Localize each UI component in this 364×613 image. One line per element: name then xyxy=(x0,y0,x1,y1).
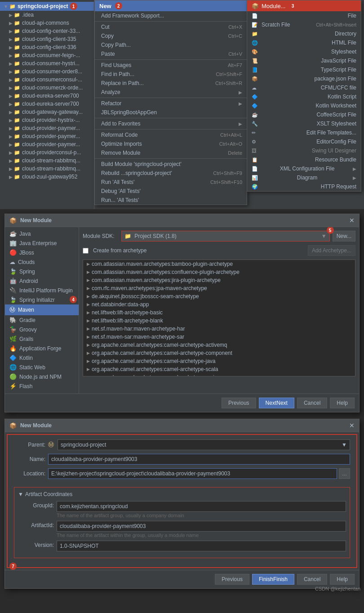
type-jboss[interactable]: 🔴JBoss xyxy=(5,248,79,257)
type-java[interactable]: ☕Java xyxy=(5,229,79,238)
menu-add-favorites[interactable]: Add to Favorites xyxy=(95,119,247,128)
tree-item[interactable]: ▶ 📁 cloud-api-commons xyxy=(0,19,94,27)
menu-paste[interactable]: Paste Ctrl+V xyxy=(95,49,247,58)
archetype-item[interactable]: ▶ net.sf.maven-har:maven-archetype-har xyxy=(83,325,355,333)
menu-file[interactable]: 📄 File xyxy=(247,11,361,20)
tree-item[interactable]: ▶ 📁 cloud-consumerzk-orde... xyxy=(0,84,94,92)
tree-item[interactable]: ▶ 📁 cloud-eureka-server700 xyxy=(0,92,94,100)
menu-run-all[interactable]: Run... 'All Tests' xyxy=(95,196,247,205)
menu-js[interactable]: 📜 JavaScript File xyxy=(247,56,361,65)
dialog-1-close[interactable]: ✕ xyxy=(349,217,355,224)
menu-find-usages[interactable]: Find Usages Alt+F7 xyxy=(95,61,247,70)
menu-scratch-file[interactable]: 📝 Scratch File Ctrl+Alt+Shift+Insert xyxy=(247,20,361,29)
menu-run-tests[interactable]: Run 'All Tests' Ctrl+Shift+F10 xyxy=(95,178,247,187)
menu-copy-path[interactable]: Copy Path... xyxy=(95,40,247,49)
archetype-item[interactable]: ▶ de.akquinet.jbosscc:jbosscc-seam-arche… xyxy=(83,292,355,300)
menu-refactor[interactable]: Refactor xyxy=(95,99,247,108)
menu-find-in-path[interactable]: Find in Path... Ctrl+Shift+F xyxy=(95,70,247,79)
menu-jbl[interactable]: JBLSpringBootAppGen xyxy=(95,108,247,117)
location-input[interactable] xyxy=(48,468,337,479)
dialog-2-close[interactable]: ✕ xyxy=(349,422,355,429)
archetype-item[interactable]: ▶ com.atlassian.maven.archetypes:bamboo-… xyxy=(83,260,355,268)
dialog-1-previous-button[interactable]: Previous xyxy=(222,398,256,408)
tree-item[interactable]: ▶ 📁 cloud-consumer-feign-... xyxy=(0,51,94,59)
archetype-item[interactable]: ▶ org.apache.camel.archetypes:camel-arch… xyxy=(83,365,355,373)
tree-item[interactable]: ▶ 📁 cloud-config-center-33... xyxy=(0,27,94,35)
type-groovy[interactable]: 🦆Groovy xyxy=(5,325,79,334)
menu-rebuild[interactable]: Rebuild ...springcloud-project' Ctrl+Shi… xyxy=(95,169,247,178)
tree-item[interactable]: ▶ 📁 cloud-eureka-server700 xyxy=(0,100,94,108)
artifactid-input[interactable] xyxy=(57,521,346,532)
tree-root[interactable]: ▼ 📁 springcloud-project 1 xyxy=(0,2,94,11)
tree-item[interactable]: ▶ 📁 cloud-stream-rabbitmq... xyxy=(0,157,94,165)
dialog-2-finish-button[interactable]: FinishFinish xyxy=(252,574,294,585)
menu-remove-module[interactable]: Remove Module Delete xyxy=(95,148,247,157)
tree-item[interactable]: ▶ 📁 cloud-provider-paymer... xyxy=(0,132,94,140)
dialog-1-next-button[interactable]: NextNext xyxy=(259,398,294,408)
menu-editorconfig[interactable]: ⚙ EditorConfig File xyxy=(247,137,361,146)
dialog-2-help-button[interactable]: Help xyxy=(330,574,355,585)
dialog-2-previous-button[interactable]: Previous xyxy=(215,574,249,585)
tree-item[interactable]: ▶ 📁 cloud-config-client-336 xyxy=(0,43,94,51)
sdk-new-button[interactable]: New... xyxy=(333,231,355,242)
menu-kotlin-worksheet[interactable]: 🔷 Kotlin Worksheet xyxy=(247,101,361,110)
type-maven[interactable]: ⓂMaven xyxy=(5,304,79,315)
groupid-input[interactable] xyxy=(57,501,346,512)
archetype-item[interactable]: ▶ net.databinder:data-app xyxy=(83,300,355,309)
location-browse-button[interactable]: … xyxy=(339,468,350,479)
menu-optimize[interactable]: Optimize Imports Ctrl+Alt+O xyxy=(95,139,247,148)
menu-html[interactable]: 🌐 HTML File xyxy=(247,38,361,47)
archetype-list[interactable]: ▶ com.atlassian.maven.archetypes:bamboo-… xyxy=(83,260,355,376)
tree-item[interactable]: ▶ 📁 cloud-providerconsul-p... xyxy=(0,148,94,157)
archetype-item[interactable]: ▶ net.liftweb:lift-archetype-blank xyxy=(83,317,355,325)
type-app-forge[interactable]: 🔥 Application Forge xyxy=(5,344,79,353)
type-clouds[interactable]: ☁Clouds xyxy=(5,257,79,267)
sdk-select[interactable]: 📁 Project SDK (1.8) ▼ 5 xyxy=(121,231,330,242)
menu-cfml[interactable]: ☁ CFML/CFC file xyxy=(247,83,361,92)
type-java-enterprise[interactable]: 🏢Java Enterprise xyxy=(5,238,79,248)
archetype-item[interactable]: ▶ org.apache.camel.archetypes:camel-arch… xyxy=(83,341,355,349)
archetype-item[interactable]: ▶ org.apache.camel.archetypes:camel-arch… xyxy=(83,357,355,365)
tree-item[interactable]: ▶ 📁 cloud-provider-paymer... xyxy=(0,124,94,132)
dialog-1-help-button[interactable]: Help xyxy=(330,398,355,408)
menu-http[interactable]: 🌍 HTTP Request xyxy=(247,182,361,191)
menu-debug-tests[interactable]: Debug 'All Tests' xyxy=(95,187,247,196)
type-kotlin[interactable]: 🔷Kotlin xyxy=(5,353,79,362)
type-spring-init[interactable]: 🍃Spring Initializr 4 xyxy=(5,295,79,304)
tree-item[interactable]: ▶ 📁 .idea xyxy=(0,11,94,19)
tree-item[interactable]: ▶ 📁 cloud-stream-rabbitmq... xyxy=(0,165,94,173)
type-static-web[interactable]: 🌐 Static Web xyxy=(5,362,79,372)
type-grails[interactable]: 🌿Grails xyxy=(5,334,79,344)
menu-edit-file-templates[interactable]: ✏ Edit File Templates... xyxy=(247,128,361,137)
menu-replace-in-path[interactable]: Replace in Path... Ctrl+Shift+R xyxy=(95,79,247,88)
archetype-item[interactable]: ▶ org.apache.camel.archetypes:camel-arch… xyxy=(83,349,355,357)
type-intellij-plugin[interactable]: 🔌IntelliJ Platform Plugin xyxy=(5,286,79,295)
add-archetype-button[interactable]: Add Archetype... xyxy=(308,245,355,256)
menu-directory[interactable]: 📁 Directory xyxy=(247,29,361,38)
menu-build[interactable]: Build Module 'springcloud-project' xyxy=(95,160,247,169)
menu-add-framework[interactable]: Add Framework Support... xyxy=(95,11,247,20)
menu-copy[interactable]: Copy Ctrl+C xyxy=(95,31,247,40)
menu-reformat[interactable]: Reformat Code Ctrl+Alt+L xyxy=(95,130,247,139)
name-input[interactable] xyxy=(48,454,350,465)
archetype-item[interactable]: ▶ com.rfc.maven.archetypes:jpa-maven-arc… xyxy=(83,284,355,292)
menu-xslt[interactable]: 🔧 XSLT Stylesheet xyxy=(247,119,361,128)
tree-item[interactable]: ▶ 📁 cloud-provider-paymer... xyxy=(0,140,94,148)
archetype-checkbox[interactable] xyxy=(83,248,89,254)
archetype-item[interactable]: ▶ net.sf.maven-sar:maven-archetype-sar xyxy=(83,333,355,341)
menu-analyze[interactable]: Analyze xyxy=(95,88,247,97)
artifact-header[interactable]: ▼ Artifact Coordinates xyxy=(18,491,346,497)
tree-item[interactable]: ▶ 📁 cloud-zuul-gateway952 xyxy=(0,173,94,181)
dialog-1-cancel-button[interactable]: Cancel xyxy=(297,398,327,408)
type-nodejs[interactable]: 🟢Node.js and NPM xyxy=(5,372,79,381)
menu-stylesheet[interactable]: 🎨 Stylesheet xyxy=(247,47,361,56)
menu-pkg-json[interactable]: 📦 package.json File xyxy=(247,74,361,83)
menu-xml-config[interactable]: 📄 XML Configuration File xyxy=(247,164,361,173)
archetype-item[interactable]: ▶ com.atlassian.maven.archetypes:jira-pl… xyxy=(83,276,355,284)
tree-item[interactable]: ▶ 📁 cloud-provider-hystrix-... xyxy=(0,116,94,124)
archetype-item[interactable]: ▶ net.liftweb:lift-archetype-basic xyxy=(83,309,355,317)
archetype-item[interactable]: ▶ com.atlassian.maven.archetypes:conflue… xyxy=(83,268,355,276)
menu-diagram[interactable]: 📊 Diagram xyxy=(247,173,361,182)
tree-item[interactable]: ▶ 📁 cloud-gateway-gateway... xyxy=(0,108,94,116)
tree-item[interactable]: ▶ 📁 cloud-consumer-hystri... xyxy=(0,59,94,67)
